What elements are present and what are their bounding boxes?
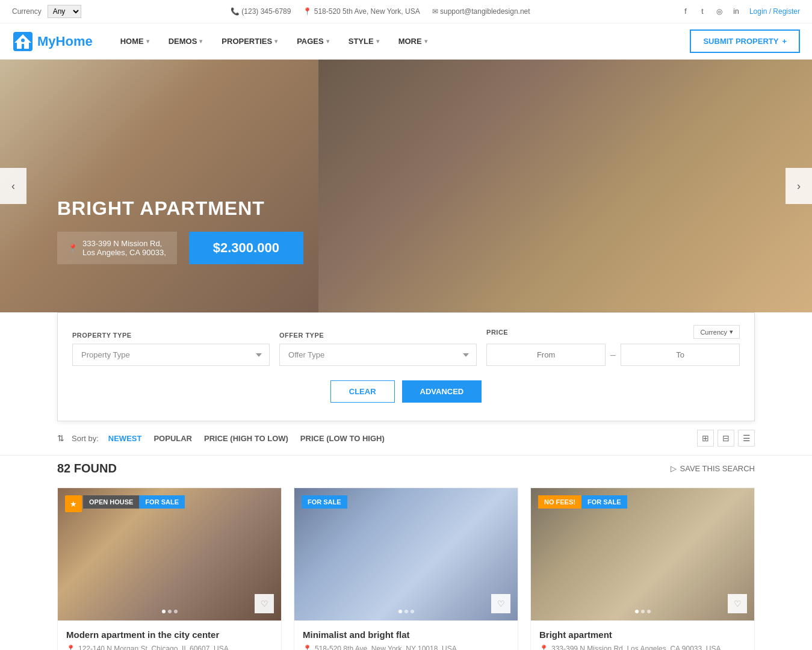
card-badges-2: FOR SALE bbox=[302, 495, 347, 509]
hero-content: BRIGHT APARTMENT 📍 333-399 N Mission Rd,… bbox=[57, 191, 303, 264]
svg-point-2 bbox=[21, 39, 25, 42]
sort-price-low-high[interactable]: PRICE (LOW TO HIGH) bbox=[298, 434, 387, 443]
nav-pages[interactable]: PAGES ▾ bbox=[287, 31, 339, 52]
home-arrow: ▾ bbox=[146, 38, 149, 45]
card-title-2: Minimalist and bright flat bbox=[303, 629, 509, 641]
offer-type-col: OFFER TYPE Offer Type For Sale For Rent bbox=[279, 332, 477, 366]
hero-panel-right bbox=[318, 60, 812, 312]
favorite-button-1[interactable]: ♡ bbox=[255, 594, 274, 613]
sort-price-high-low[interactable]: PRICE (HIGH TO LOW) bbox=[202, 434, 291, 443]
save-search-arrow: ▷ bbox=[671, 464, 677, 473]
found-bar: 82 FOUND ▷ SAVE THIS SEARCH bbox=[0, 456, 812, 481]
grid-view-large[interactable]: ⊟ bbox=[717, 430, 734, 447]
currency-select[interactable]: Any USD EUR bbox=[48, 5, 81, 18]
sort-popular[interactable]: POPULAR bbox=[151, 434, 194, 443]
dot-3-3 bbox=[647, 610, 651, 613]
hero-section: ‹ › BRIGHT APARTMENT 📍 333-399 N Mission… bbox=[0, 60, 812, 312]
card-body-2: Minimalist and bright flat 📍 518-520 8th… bbox=[294, 621, 518, 650]
card-image-2: FOR SALE ♡ bbox=[294, 488, 518, 621]
clear-button[interactable]: CLEAR bbox=[330, 380, 395, 403]
main-nav: MyHome HOME ▾ DEMOS ▾ PROPERTIES ▾ PAGES… bbox=[0, 23, 812, 60]
property-card-3[interactable]: NO FEES! FOR SALE ♡ Bright apartment 📍 3… bbox=[530, 488, 755, 650]
hero-address-text: 333-399 N Mission Rd, Los Angeles, CA 90… bbox=[82, 239, 166, 257]
card-address-3: 📍 333-399 N Mission Rd, Los Angeles, CA … bbox=[539, 645, 746, 651]
more-arrow: ▾ bbox=[424, 38, 427, 45]
save-search-button[interactable]: ▷ SAVE THIS SEARCH bbox=[671, 464, 755, 473]
sort-label: Sort by: bbox=[72, 434, 99, 443]
offer-type-select[interactable]: Offer Type For Sale For Rent bbox=[279, 344, 477, 366]
price-to-input[interactable] bbox=[621, 344, 740, 366]
property-grid: ★ OPEN HOUSE FOR SALE ♡ Modern apartment… bbox=[0, 481, 812, 650]
favorite-button-2[interactable]: ♡ bbox=[491, 594, 510, 613]
image-dots-3 bbox=[635, 610, 651, 613]
card-body-1: Modern apartment in the city center 📍 12… bbox=[58, 621, 281, 650]
nav-style[interactable]: STYLE ▾ bbox=[339, 31, 389, 52]
found-count: 82 FOUND bbox=[57, 462, 117, 475]
nav-more[interactable]: MORE ▾ bbox=[389, 31, 437, 52]
logo-icon bbox=[12, 31, 34, 52]
card-location-icon-1: 📍 bbox=[66, 645, 75, 651]
currency-section: Currency Any USD EUR bbox=[12, 5, 81, 18]
property-type-col: PROPERTY TYPE Property Type Apartment Ho… bbox=[72, 332, 270, 366]
currency-dropdown-button[interactable]: Currency ▾ bbox=[693, 325, 740, 339]
instagram-icon[interactable]: ◎ bbox=[713, 5, 725, 17]
facebook-icon[interactable]: f bbox=[680, 5, 692, 17]
featured-star-icon: ★ bbox=[65, 495, 82, 512]
search-bar: PROPERTY TYPE Property Type Apartment Ho… bbox=[57, 312, 755, 421]
hero-info-bar: 📍 333-399 N Mission Rd, Los Angeles, CA … bbox=[57, 232, 303, 264]
property-card-2[interactable]: FOR SALE ♡ Minimalist and bright flat 📍 … bbox=[294, 488, 518, 650]
sort-left: ⇅ Sort by: NEWEST POPULAR PRICE (HIGH TO… bbox=[57, 433, 387, 443]
property-type-select[interactable]: Property Type Apartment House Villa bbox=[72, 344, 270, 366]
email-icon: ✉ bbox=[432, 7, 438, 16]
search-actions: CLEAR ADVANCED bbox=[72, 380, 740, 403]
pages-arrow: ▾ bbox=[326, 38, 329, 45]
list-view[interactable]: ☰ bbox=[738, 430, 755, 447]
hero-prev-button[interactable]: ‹ bbox=[0, 168, 26, 204]
logo[interactable]: MyHome bbox=[12, 31, 93, 52]
card-location-icon-3: 📍 bbox=[539, 645, 548, 651]
dot-2-2 bbox=[404, 610, 408, 613]
dot-1 bbox=[162, 610, 166, 613]
properties-arrow: ▾ bbox=[274, 38, 277, 45]
offer-type-label: OFFER TYPE bbox=[279, 332, 477, 339]
dot-3-1 bbox=[635, 610, 639, 613]
hero-title: BRIGHT APARTMENT bbox=[57, 191, 303, 226]
hero-price: $2.300.000 bbox=[189, 232, 303, 264]
nav-properties[interactable]: PROPERTIES ▾ bbox=[212, 31, 287, 52]
nav-items: HOME ▾ DEMOS ▾ PROPERTIES ▾ PAGES ▾ STYL… bbox=[111, 31, 690, 52]
image-dots-2 bbox=[398, 610, 414, 613]
nav-home[interactable]: HOME ▾ bbox=[111, 31, 159, 52]
favorite-button-3[interactable]: ♡ bbox=[728, 594, 747, 613]
open-house-badge: OPEN HOUSE bbox=[83, 495, 139, 509]
login-register-link[interactable]: Login / Register bbox=[749, 7, 800, 16]
sort-newest[interactable]: NEWEST bbox=[106, 434, 144, 443]
linkedin-icon[interactable]: in bbox=[730, 5, 742, 17]
image-dots-1 bbox=[162, 610, 178, 613]
twitter-icon[interactable]: t bbox=[696, 5, 708, 17]
contact-info: 📞 (123) 345-6789 📍 518-520 5th Ave, New … bbox=[231, 7, 530, 16]
hero-location-icon: 📍 bbox=[68, 244, 78, 253]
phone-number: 📞 (123) 345-6789 bbox=[231, 7, 291, 16]
dot-3-2 bbox=[641, 610, 645, 613]
address-info: 📍 518-520 5th Ave, New York, USA bbox=[303, 7, 420, 16]
submit-property-button[interactable]: SUBMIT PROPERTY + bbox=[690, 29, 800, 53]
top-bar: Currency Any USD EUR 📞 (123) 345-6789 📍 … bbox=[0, 0, 812, 23]
advanced-button[interactable]: ADVANCED bbox=[402, 380, 482, 403]
grid-view-small[interactable]: ⊞ bbox=[697, 430, 714, 447]
plus-icon: + bbox=[782, 37, 787, 46]
currency-arrow-icon: ▾ bbox=[730, 328, 733, 336]
card-badges-1: OPEN HOUSE FOR SALE bbox=[83, 495, 185, 509]
card-title-1: Modern apartment in the city center bbox=[66, 629, 273, 641]
price-dash: – bbox=[606, 350, 621, 361]
property-card-1[interactable]: ★ OPEN HOUSE FOR SALE ♡ Modern apartment… bbox=[57, 488, 282, 650]
sort-icon: ⇅ bbox=[57, 433, 64, 443]
nav-demos[interactable]: DEMOS ▾ bbox=[159, 31, 212, 52]
hero-address: 📍 333-399 N Mission Rd, Los Angeles, CA … bbox=[57, 232, 177, 264]
location-icon: 📍 bbox=[303, 7, 312, 16]
hero-next-button[interactable]: › bbox=[786, 168, 812, 204]
price-from-input[interactable] bbox=[486, 344, 606, 366]
for-sale-badge: FOR SALE bbox=[139, 495, 185, 509]
currency-label: Currency bbox=[12, 7, 42, 16]
card-location-icon-2: 📍 bbox=[303, 645, 312, 651]
style-arrow: ▾ bbox=[376, 38, 379, 45]
